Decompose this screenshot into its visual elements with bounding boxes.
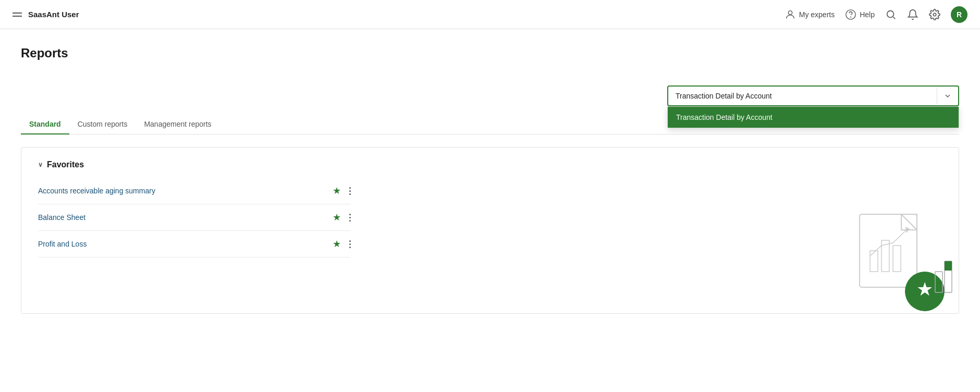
my-experts-label: My experts — [799, 10, 835, 19]
help-label: Help — [860, 10, 875, 19]
table-row: Accounts receivable aging summary ★ — [38, 178, 351, 204]
search-dropdown-container: Transaction Detail by Account — [667, 85, 959, 106]
svg-point-2 — [851, 17, 851, 17]
favorites-section: ∨ Favorites Accounts receivable aging su… — [21, 147, 959, 314]
page-content: Reports Transaction Detail by Account St… — [0, 29, 980, 330]
svg-rect-5 — [860, 214, 917, 287]
report-actions: ★ — [333, 212, 351, 223]
favorite-star-icon[interactable]: ★ — [333, 238, 341, 250]
search-dropdown-toggle[interactable] — [937, 88, 958, 104]
svg-rect-15 — [945, 261, 952, 271]
report-actions: ★ — [333, 185, 351, 197]
favorites-header: ∨ Favorites — [38, 160, 942, 169]
notifications-icon[interactable] — [907, 9, 918, 20]
search-input-wrapper — [667, 85, 959, 106]
favorites-title: Favorites — [47, 160, 84, 169]
more-options-icon[interactable] — [349, 187, 351, 195]
table-row: Balance Sheet ★ — [38, 204, 351, 231]
report-actions: ★ — [333, 238, 351, 250]
report-name[interactable]: Balance Sheet — [38, 213, 85, 222]
report-list: Accounts receivable aging summary ★ Bala… — [38, 178, 351, 258]
app-name: SaasAnt User — [28, 10, 79, 19]
report-name[interactable]: Profit and Loss — [38, 240, 87, 248]
search-icon[interactable] — [885, 9, 897, 20]
more-options-icon[interactable] — [349, 240, 351, 248]
user-avatar[interactable]: R — [951, 6, 967, 23]
reports-illustration: ★ — [844, 209, 959, 313]
more-options-icon[interactable] — [349, 214, 351, 222]
settings-icon[interactable] — [929, 9, 940, 20]
favorite-star-icon[interactable]: ★ — [333, 212, 341, 223]
tab-management-reports[interactable]: Management reports — [136, 115, 219, 134]
favorite-star-icon[interactable]: ★ — [333, 185, 341, 197]
svg-rect-7 — [870, 251, 878, 272]
search-dropdown-list: Transaction Detail by Account — [667, 106, 959, 128]
report-name[interactable]: Accounts receivable aging summary — [38, 187, 155, 195]
page-title: Reports — [21, 46, 959, 60]
my-experts-action[interactable]: My experts — [785, 9, 835, 20]
svg-text:★: ★ — [916, 278, 933, 300]
svg-point-3 — [887, 10, 894, 17]
dropdown-item[interactable]: Transaction Detail by Account — [668, 107, 959, 128]
svg-rect-9 — [893, 246, 901, 272]
tab-custom-reports[interactable]: Custom reports — [69, 115, 136, 134]
header-right: My experts Help — [785, 6, 967, 23]
favorites-chevron-icon[interactable]: ∨ — [38, 161, 43, 168]
help-icon — [845, 9, 856, 20]
menu-icon[interactable] — [13, 13, 22, 17]
header-left: SaasAnt User — [13, 10, 79, 19]
app-header: SaasAnt User My experts Help — [0, 0, 980, 29]
experts-icon — [785, 9, 796, 20]
table-row: Profit and Loss ★ — [38, 231, 351, 258]
help-action[interactable]: Help — [845, 9, 875, 20]
search-bar-area: Transaction Detail by Account — [21, 85, 959, 106]
report-search-input[interactable] — [668, 87, 937, 105]
svg-point-0 — [788, 10, 792, 14]
tab-standard[interactable]: Standard — [21, 115, 69, 134]
svg-point-4 — [933, 13, 936, 16]
